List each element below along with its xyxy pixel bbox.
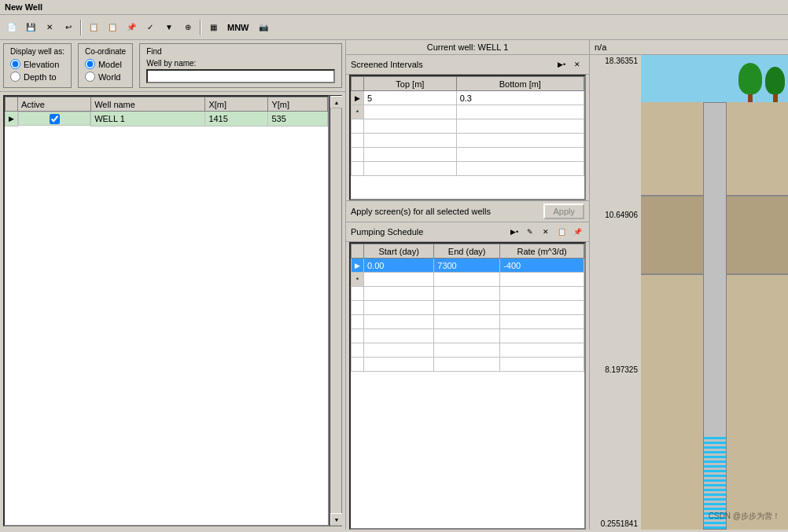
camera-button[interactable]: 📷 bbox=[255, 19, 272, 36]
col-ym: Y[m] bbox=[268, 97, 328, 112]
screened-intervals-header: Screened Intervals ▶• ✕ bbox=[346, 55, 589, 75]
find-group: Find Well by name: bbox=[139, 43, 342, 88]
save-button[interactable]: 💾 bbox=[22, 19, 39, 36]
visualization-area: 18.36351 10.64906 8.197325 0.2551841 bbox=[590, 55, 788, 530]
elevation-scale: 18.36351 10.64906 8.197325 0.2551841 bbox=[590, 55, 641, 530]
pump-empty-5 bbox=[352, 343, 584, 358]
tree-area bbox=[641, 55, 788, 102]
scroll-up[interactable]: ▲ bbox=[330, 96, 342, 108]
find-sublabel: Well by name: bbox=[146, 59, 335, 68]
pumping-section: Pumping Schedule ▶• ✎ ✕ 📋 📌 Start bbox=[346, 222, 589, 530]
plus-button[interactable]: ⊕ bbox=[179, 19, 197, 36]
elevation-label: Elevation bbox=[24, 60, 59, 69]
elev-1: 18.36351 bbox=[593, 57, 638, 65]
find-input[interactable] bbox=[146, 69, 335, 83]
depth-to-radio-item[interactable]: Depth to bbox=[10, 72, 64, 82]
pump-new-end bbox=[434, 273, 500, 287]
scr-new-indicator: * bbox=[352, 105, 364, 119]
tree-2 bbox=[765, 67, 785, 102]
screened-table-container: Top [m] Bottom [m] ▶ 5 0.3 * bbox=[349, 75, 586, 200]
find-title: Find bbox=[146, 47, 335, 56]
row-indicator: ▶ bbox=[6, 112, 18, 127]
screened-table: Top [m] Bottom [m] ▶ 5 0.3 * bbox=[351, 76, 584, 176]
apply-row: Apply screen(s) for all selected wells A… bbox=[346, 200, 589, 222]
screened-row[interactable]: ▶ 5 0.3 bbox=[352, 91, 584, 105]
paste-button[interactable]: 📌 bbox=[123, 19, 140, 36]
tree-top-2 bbox=[765, 67, 785, 94]
scr-indicator-col bbox=[352, 77, 364, 91]
pump-edit-btn[interactable]: ✎ bbox=[523, 225, 537, 239]
well-shaft bbox=[703, 102, 727, 530]
screened-new-row[interactable]: * bbox=[352, 105, 584, 119]
new-button[interactable]: 📄 bbox=[3, 19, 20, 36]
grid-button[interactable]: ▦ bbox=[204, 19, 222, 36]
depth-to-radio[interactable] bbox=[10, 72, 20, 82]
screened-toolbar: ▶• ✕ bbox=[554, 57, 584, 72]
world-radio-item[interactable]: World bbox=[85, 72, 126, 82]
screened-delete-btn[interactable]: ✕ bbox=[570, 57, 584, 72]
scr-new-top bbox=[364, 105, 457, 119]
tree-trunk-2 bbox=[773, 94, 778, 102]
col-active: Active bbox=[18, 97, 91, 112]
apply-button[interactable]: Apply bbox=[543, 204, 584, 219]
options-row: Display well as: Elevation Depth to Co-o… bbox=[0, 40, 345, 92]
left-panel: Display well as: Elevation Depth to Co-o… bbox=[0, 40, 346, 530]
tree-1 bbox=[738, 63, 762, 102]
pump-table-container: Start (day) End (day) Rate (m^3/d) ▶ 0.0… bbox=[349, 242, 586, 530]
pump-empty-2 bbox=[352, 301, 584, 315]
copy1-button[interactable]: 📋 bbox=[85, 19, 102, 36]
toolbar: 📄 💾 ✕ ↩ 📋 📋 📌 ✓ ▼ ⊕ ▦ MNW 📷 bbox=[0, 15, 788, 40]
pump-start-col: Start (day) bbox=[364, 244, 434, 259]
pump-copy-btn[interactable]: 📋 bbox=[554, 225, 569, 239]
elevation-radio-item[interactable]: Elevation bbox=[10, 59, 64, 69]
pumping-header: Pumping Schedule ▶• ✎ ✕ 📋 📌 bbox=[346, 222, 589, 242]
separator-1 bbox=[80, 20, 82, 35]
pump-row[interactable]: ▶ 0.00 7300 -400 bbox=[352, 259, 584, 273]
pump-end-col: End (day) bbox=[434, 244, 500, 259]
elev-4: 0.2551841 bbox=[593, 519, 638, 528]
pumping-toolbar: ▶• ✎ ✕ 📋 📌 bbox=[507, 225, 584, 239]
pump-empty-1 bbox=[352, 287, 584, 301]
mnw-button[interactable]: MNW bbox=[223, 20, 253, 35]
well-name-cell: WELL 1 bbox=[91, 112, 205, 127]
pump-header-row: Start (day) End (day) Rate (m^3/d) bbox=[352, 244, 584, 259]
undo-button[interactable]: ↩ bbox=[60, 19, 77, 36]
watermark: CSDN @步步为营！ bbox=[709, 511, 780, 522]
well-table-container: Active Well name X[m] Y[m] ▶ WELL 1 bbox=[3, 95, 330, 526]
pump-empty-6 bbox=[352, 358, 584, 372]
copy2-button[interactable]: 📋 bbox=[104, 19, 121, 36]
pump-rate-col: Rate (m^3/d) bbox=[500, 244, 584, 259]
pump-add-btn[interactable]: ▶• bbox=[507, 225, 521, 239]
pump-delete-btn[interactable]: ✕ bbox=[539, 225, 553, 239]
middle-panel: Current well: WELL 1 Screened Intervals … bbox=[346, 40, 590, 530]
pumping-title: Pumping Schedule bbox=[351, 227, 423, 237]
model-radio-item[interactable]: Model bbox=[85, 59, 126, 69]
world-radio[interactable] bbox=[85, 72, 95, 82]
screened-empty-4 bbox=[352, 162, 584, 176]
check-button[interactable]: ✓ bbox=[142, 19, 159, 36]
filter-button[interactable]: ▼ bbox=[160, 19, 178, 36]
pump-paste-btn[interactable]: 📌 bbox=[570, 225, 584, 239]
title-label: New Well bbox=[5, 2, 42, 12]
elevation-radio[interactable] bbox=[10, 59, 20, 69]
delete-button[interactable]: ✕ bbox=[41, 19, 58, 36]
elev-3: 8.197325 bbox=[593, 365, 638, 374]
pump-new-row[interactable]: * bbox=[352, 273, 584, 287]
depth-to-label: Depth to bbox=[24, 72, 57, 82]
active-checkbox[interactable] bbox=[50, 114, 60, 124]
well-table-scrollbar[interactable]: ▲ ▼ bbox=[330, 95, 342, 526]
model-radio[interactable] bbox=[85, 59, 95, 69]
ym-cell: 535 bbox=[268, 112, 328, 127]
well-visual: CSDN @步步为营！ bbox=[641, 55, 788, 530]
col-indicator bbox=[6, 97, 18, 112]
screened-add-btn[interactable]: ▶• bbox=[554, 57, 569, 72]
screened-empty-2 bbox=[352, 134, 584, 148]
na-label: n/a bbox=[595, 42, 606, 52]
pump-end-cell: 7300 bbox=[434, 259, 500, 273]
scr-bottom-col: Bottom [m] bbox=[456, 77, 584, 91]
table-row[interactable]: ▶ WELL 1 1415 535 bbox=[6, 112, 328, 127]
scroll-down[interactable]: ▼ bbox=[330, 513, 342, 526]
xm-cell: 1415 bbox=[205, 112, 268, 127]
separator-2 bbox=[200, 20, 201, 35]
scr-new-bottom bbox=[456, 105, 584, 119]
